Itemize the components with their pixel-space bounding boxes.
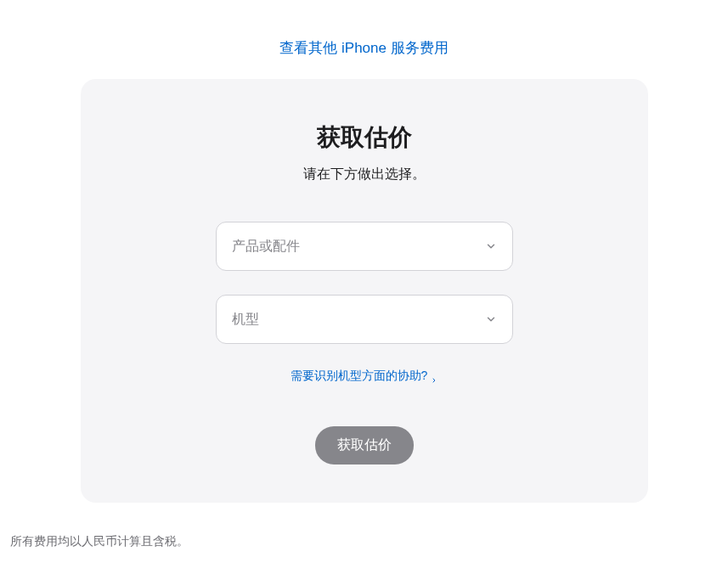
product-select[interactable]: 产品或配件: [216, 222, 513, 271]
footer-disclaimer: 所有费用均以人民币计算且含税。 截至 2023 年 2 月底，保外电池服务的费用…: [0, 503, 728, 563]
model-select-placeholder: 机型: [232, 311, 259, 329]
card-subtitle: 请在下方做出选择。: [115, 166, 614, 183]
top-link-wrapper: 查看其他 iPhone 服务费用: [0, 0, 728, 79]
chevron-down-icon: [485, 313, 497, 325]
get-estimate-button[interactable]: 获取估价: [315, 426, 414, 464]
page-container: 查看其他 iPhone 服务费用 获取估价 请在下方做出选择。 产品或配件 机型…: [0, 0, 728, 563]
model-select-wrapper: 机型: [216, 295, 513, 344]
chevron-right-icon: [431, 373, 437, 380]
footer-line-1: 所有费用均以人民币计算且含税。: [10, 528, 718, 555]
help-identify-link[interactable]: 需要识别机型方面的协助?: [291, 369, 438, 384]
card-title: 获取估价: [115, 121, 614, 154]
chevron-down-icon: [485, 240, 497, 252]
product-select-placeholder: 产品或配件: [232, 238, 300, 256]
footer-line-2: 截至 2023 年 2 月底，保外电池服务的费用都将按照当前的价格收取。从 20…: [10, 558, 718, 563]
help-link-label: 需要识别机型方面的协助?: [291, 369, 428, 384]
product-select-wrapper: 产品或配件: [216, 222, 513, 271]
other-services-link[interactable]: 查看其他 iPhone 服务费用: [279, 40, 448, 56]
model-select[interactable]: 机型: [216, 295, 513, 344]
estimate-card: 获取估价 请在下方做出选择。 产品或配件 机型 需要识别机型方面的协助?: [81, 79, 648, 503]
